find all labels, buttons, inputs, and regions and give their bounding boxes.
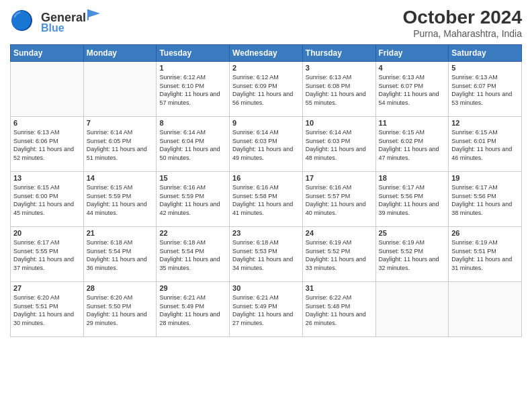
calendar-cell bbox=[83, 62, 157, 117]
calendar-cell: 11Sunrise: 6:15 AMSunset: 6:02 PMDayligh… bbox=[375, 117, 449, 172]
calendar-cell: 16Sunrise: 6:16 AMSunset: 5:58 PMDayligh… bbox=[230, 172, 303, 227]
calendar-cell: 14Sunrise: 6:15 AMSunset: 5:59 PMDayligh… bbox=[83, 172, 157, 227]
day-info: Sunrise: 6:17 AMSunset: 5:55 PMDaylight:… bbox=[13, 238, 81, 272]
day-number: 11 bbox=[379, 119, 446, 127]
calendar-cell: 19Sunrise: 6:17 AMSunset: 5:56 PMDayligh… bbox=[449, 172, 522, 227]
calendar-cell: 30Sunrise: 6:21 AMSunset: 5:49 PMDayligh… bbox=[230, 282, 303, 337]
calendar-cell: 18Sunrise: 6:17 AMSunset: 5:56 PMDayligh… bbox=[375, 172, 449, 227]
day-number: 3 bbox=[306, 64, 373, 72]
calendar-cell: 17Sunrise: 6:16 AMSunset: 5:57 PMDayligh… bbox=[302, 172, 375, 227]
calendar-cell: 6Sunrise: 6:13 AMSunset: 6:06 PMDaylight… bbox=[11, 117, 84, 172]
day-number: 5 bbox=[451, 64, 519, 72]
calendar-cell: 7Sunrise: 6:14 AMSunset: 6:05 PMDaylight… bbox=[83, 117, 157, 172]
day-info: Sunrise: 6:13 AMSunset: 6:08 PMDaylight:… bbox=[306, 73, 373, 107]
calendar-cell: 4Sunrise: 6:13 AMSunset: 6:07 PMDaylight… bbox=[375, 62, 449, 117]
calendar-cell: 8Sunrise: 6:14 AMSunset: 6:04 PMDaylight… bbox=[157, 117, 230, 172]
day-info: Sunrise: 6:16 AMSunset: 5:59 PMDaylight:… bbox=[159, 183, 226, 217]
day-number: 23 bbox=[232, 229, 300, 237]
calendar-cell: 23Sunrise: 6:18 AMSunset: 5:53 PMDayligh… bbox=[230, 227, 303, 282]
day-info: Sunrise: 6:15 AMSunset: 5:59 PMDaylight:… bbox=[87, 183, 154, 217]
calendar-cell bbox=[375, 282, 449, 337]
calendar-cell: 31Sunrise: 6:22 AMSunset: 5:48 PMDayligh… bbox=[302, 282, 375, 337]
day-info: Sunrise: 6:17 AMSunset: 5:56 PMDaylight:… bbox=[451, 183, 519, 217]
day-info: Sunrise: 6:18 AMSunset: 5:53 PMDaylight:… bbox=[232, 238, 300, 272]
day-info: Sunrise: 6:14 AMSunset: 6:03 PMDaylight:… bbox=[306, 128, 373, 162]
day-number: 24 bbox=[306, 229, 373, 237]
calendar-cell bbox=[11, 62, 84, 117]
calendar-cell: 29Sunrise: 6:21 AMSunset: 5:49 PMDayligh… bbox=[157, 282, 230, 337]
day-number: 10 bbox=[306, 119, 373, 127]
day-number: 15 bbox=[159, 174, 226, 182]
day-info: Sunrise: 6:21 AMSunset: 5:49 PMDaylight:… bbox=[232, 293, 300, 327]
logo-bird-icon: 🔵 bbox=[10, 7, 38, 35]
calendar-week-2: 6Sunrise: 6:13 AMSunset: 6:06 PMDaylight… bbox=[11, 117, 522, 172]
day-number: 21 bbox=[87, 229, 154, 237]
page-title: October 2024 bbox=[403, 7, 522, 28]
calendar-cell: 20Sunrise: 6:17 AMSunset: 5:55 PMDayligh… bbox=[11, 227, 84, 282]
day-number: 30 bbox=[232, 284, 300, 292]
day-number: 27 bbox=[13, 284, 81, 292]
day-number: 18 bbox=[379, 174, 446, 182]
svg-text:🔵: 🔵 bbox=[10, 9, 34, 32]
day-info: Sunrise: 6:13 AMSunset: 6:06 PMDaylight:… bbox=[13, 128, 81, 162]
day-number: 13 bbox=[13, 174, 81, 182]
day-number: 16 bbox=[232, 174, 300, 182]
calendar-cell: 3Sunrise: 6:13 AMSunset: 6:08 PMDaylight… bbox=[302, 62, 375, 117]
day-number: 25 bbox=[379, 229, 446, 237]
day-number: 28 bbox=[87, 284, 154, 292]
day-info: Sunrise: 6:14 AMSunset: 6:04 PMDaylight:… bbox=[159, 128, 226, 162]
day-number: 9 bbox=[232, 119, 300, 127]
calendar-header-sunday: Sunday bbox=[11, 45, 84, 62]
calendar-cell: 26Sunrise: 6:19 AMSunset: 5:51 PMDayligh… bbox=[449, 227, 522, 282]
calendar-table: SundayMondayTuesdayWednesdayThursdayFrid… bbox=[10, 44, 522, 337]
calendar-cell: 10Sunrise: 6:14 AMSunset: 6:03 PMDayligh… bbox=[302, 117, 375, 172]
day-info: Sunrise: 6:19 AMSunset: 5:52 PMDaylight:… bbox=[306, 238, 373, 272]
svg-marker-1 bbox=[88, 9, 100, 17]
page-subtitle: Purna, Maharashtra, India bbox=[403, 28, 522, 39]
calendar-cell: 1Sunrise: 6:12 AMSunset: 6:10 PMDaylight… bbox=[157, 62, 230, 117]
day-info: Sunrise: 6:12 AMSunset: 6:10 PMDaylight:… bbox=[159, 73, 226, 107]
day-info: Sunrise: 6:15 AMSunset: 6:00 PMDaylight:… bbox=[13, 183, 81, 217]
day-number: 26 bbox=[451, 229, 519, 237]
day-number: 20 bbox=[13, 229, 81, 237]
day-info: Sunrise: 6:15 AMSunset: 6:02 PMDaylight:… bbox=[379, 128, 446, 162]
day-info: Sunrise: 6:20 AMSunset: 5:50 PMDaylight:… bbox=[87, 293, 154, 327]
day-number: 14 bbox=[87, 174, 154, 182]
day-info: Sunrise: 6:17 AMSunset: 5:56 PMDaylight:… bbox=[379, 183, 446, 217]
calendar-cell: 2Sunrise: 6:12 AMSunset: 6:09 PMDaylight… bbox=[230, 62, 303, 117]
calendar-cell: 25Sunrise: 6:19 AMSunset: 5:52 PMDayligh… bbox=[375, 227, 449, 282]
calendar-cell bbox=[449, 282, 522, 337]
page: 🔵 General Blue October 2024 Purna, Mahar… bbox=[0, 0, 532, 411]
calendar-header-friday: Friday bbox=[375, 45, 449, 62]
calendar-cell: 12Sunrise: 6:15 AMSunset: 6:01 PMDayligh… bbox=[449, 117, 522, 172]
day-number: 22 bbox=[159, 229, 226, 237]
calendar-header-tuesday: Tuesday bbox=[157, 45, 230, 62]
day-info: Sunrise: 6:16 AMSunset: 5:57 PMDaylight:… bbox=[306, 183, 373, 217]
day-number: 6 bbox=[13, 119, 81, 127]
day-info: Sunrise: 6:14 AMSunset: 6:05 PMDaylight:… bbox=[87, 128, 154, 162]
calendar-header-saturday: Saturday bbox=[449, 45, 522, 62]
calendar-cell: 9Sunrise: 6:14 AMSunset: 6:03 PMDaylight… bbox=[230, 117, 303, 172]
header: 🔵 General Blue October 2024 Purna, Mahar… bbox=[10, 7, 522, 39]
day-number: 29 bbox=[159, 284, 226, 292]
day-info: Sunrise: 6:18 AMSunset: 5:54 PMDaylight:… bbox=[87, 238, 154, 272]
day-number: 31 bbox=[306, 284, 373, 292]
calendar-week-1: 1Sunrise: 6:12 AMSunset: 6:10 PMDaylight… bbox=[11, 62, 522, 117]
day-number: 7 bbox=[87, 119, 154, 127]
calendar-cell: 22Sunrise: 6:18 AMSunset: 5:54 PMDayligh… bbox=[157, 227, 230, 282]
logo: 🔵 General Blue bbox=[10, 7, 101, 35]
calendar-week-4: 20Sunrise: 6:17 AMSunset: 5:55 PMDayligh… bbox=[11, 227, 522, 282]
calendar-week-5: 27Sunrise: 6:20 AMSunset: 5:51 PMDayligh… bbox=[11, 282, 522, 337]
day-info: Sunrise: 6:13 AMSunset: 6:07 PMDaylight:… bbox=[451, 73, 519, 107]
day-info: Sunrise: 6:22 AMSunset: 5:48 PMDaylight:… bbox=[306, 293, 373, 327]
calendar-week-3: 13Sunrise: 6:15 AMSunset: 6:00 PMDayligh… bbox=[11, 172, 522, 227]
day-info: Sunrise: 6:12 AMSunset: 6:09 PMDaylight:… bbox=[232, 73, 300, 107]
day-number: 1 bbox=[159, 64, 226, 72]
day-info: Sunrise: 6:21 AMSunset: 5:49 PMDaylight:… bbox=[159, 293, 226, 327]
calendar-cell: 5Sunrise: 6:13 AMSunset: 6:07 PMDaylight… bbox=[449, 62, 522, 117]
day-number: 12 bbox=[451, 119, 519, 127]
calendar-cell: 13Sunrise: 6:15 AMSunset: 6:00 PMDayligh… bbox=[11, 172, 84, 227]
logo-flag-icon bbox=[87, 8, 101, 21]
day-number: 17 bbox=[306, 174, 373, 182]
calendar-cell: 28Sunrise: 6:20 AMSunset: 5:50 PMDayligh… bbox=[83, 282, 157, 337]
